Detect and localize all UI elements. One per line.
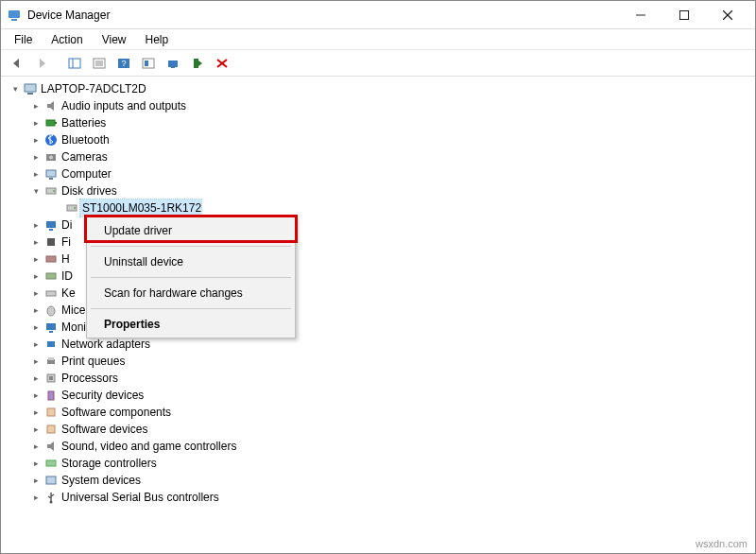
- tree-item-label: Computer: [60, 165, 112, 182]
- svg-rect-47: [49, 376, 53, 380]
- forward-button[interactable]: [31, 53, 54, 74]
- display-icon: [43, 218, 60, 232]
- uninstall-device-button[interactable]: [186, 53, 209, 74]
- ctx-update-driver[interactable]: Update driver: [87, 217, 295, 244]
- chevron-right-icon[interactable]: ▸: [29, 370, 43, 387]
- svg-rect-3: [680, 10, 689, 19]
- tree-item-usb[interactable]: ▸ Universal Serial Bus controllers: [29, 489, 755, 506]
- svg-rect-37: [46, 256, 56, 262]
- disable-device-button[interactable]: [211, 53, 233, 74]
- tree-item-bluetooth[interactable]: ▸ Bluetooth: [29, 131, 755, 148]
- ctx-uninstall-device[interactable]: Uninstall device: [87, 249, 295, 275]
- mouse-icon: [43, 303, 60, 317]
- show-hide-console-button[interactable]: [63, 53, 86, 74]
- audio-icon: [43, 99, 60, 113]
- chevron-right-icon[interactable]: ▸: [29, 421, 43, 438]
- tree-root[interactable]: ▾ LAPTOP-7ADCLT2D: [9, 80, 755, 97]
- svg-rect-0: [9, 10, 20, 18]
- network-icon: [43, 338, 60, 351]
- tree-item-diskdrives[interactable]: ▾ Disk drives: [29, 182, 755, 199]
- chevron-right-icon[interactable]: ▸: [29, 148, 43, 165]
- storage-icon: [43, 457, 60, 470]
- chevron-down-icon[interactable]: ▾: [29, 182, 43, 199]
- cpu-icon: [43, 372, 60, 385]
- ctx-separator: [91, 246, 291, 247]
- printer-icon: [43, 355, 60, 368]
- ctx-separator: [91, 308, 291, 309]
- update-driver-button[interactable]: [162, 53, 184, 74]
- chevron-right-icon[interactable]: ▸: [29, 438, 43, 455]
- tree-item-swdevices[interactable]: ▸ Software devices: [29, 421, 755, 438]
- svg-rect-48: [48, 391, 54, 400]
- chevron-right-icon[interactable]: ▸: [29, 165, 43, 182]
- svg-rect-18: [194, 59, 198, 68]
- menu-help[interactable]: Help: [136, 31, 179, 48]
- menubar: File Action View Help: [1, 29, 755, 50]
- chevron-right-icon[interactable]: ▸: [29, 97, 43, 114]
- close-button[interactable]: [706, 1, 749, 29]
- chevron-right-icon[interactable]: ▸: [29, 131, 43, 148]
- chevron-right-icon[interactable]: ▸: [29, 268, 43, 285]
- chevron-right-icon[interactable]: ▸: [29, 216, 43, 234]
- chevron-right-icon[interactable]: ▸: [29, 285, 43, 302]
- tree-item-processors[interactable]: ▸ Processors: [29, 370, 755, 387]
- tree-item-print[interactable]: ▸ Print queues: [29, 353, 755, 370]
- chevron-right-icon[interactable]: ▸: [29, 319, 43, 336]
- ctx-properties[interactable]: Properties: [87, 311, 295, 338]
- chevron-right-icon[interactable]: ▸: [29, 353, 43, 370]
- scan-button[interactable]: [137, 53, 160, 74]
- svg-rect-21: [25, 84, 36, 92]
- minimize-button[interactable]: [619, 1, 662, 29]
- tree-item-label: Ke: [60, 285, 76, 302]
- ctx-scan-hardware[interactable]: Scan for hardware changes: [87, 280, 295, 306]
- chevron-right-icon[interactable]: ▸: [29, 387, 43, 404]
- menu-file[interactable]: File: [5, 31, 42, 48]
- tree-item-security[interactable]: ▸ Security devices: [29, 387, 755, 404]
- maximize-button[interactable]: [662, 1, 706, 29]
- tree-item-label: Di: [60, 216, 72, 234]
- tree-item-batteries[interactable]: ▸ Batteries: [29, 114, 755, 131]
- svg-rect-23: [46, 120, 55, 126]
- tree-item-label: Sound, video and game controllers: [60, 438, 236, 455]
- back-button[interactable]: [7, 53, 29, 74]
- svg-rect-15: [145, 61, 148, 66]
- chevron-right-icon[interactable]: ▸: [29, 251, 43, 268]
- svg-point-40: [47, 306, 55, 316]
- svg-rect-22: [27, 93, 33, 95]
- chevron-right-icon[interactable]: ▸: [29, 489, 43, 506]
- chevron-right-icon[interactable]: ▸: [29, 234, 43, 251]
- disk-icon: [63, 201, 80, 215]
- chevron-right-icon[interactable]: ▸: [29, 404, 43, 421]
- tree-item-swcomponents[interactable]: ▸ Software components: [29, 404, 755, 421]
- svg-rect-38: [46, 273, 56, 279]
- chevron-right-icon[interactable]: ▸: [29, 472, 43, 489]
- tree-item-disk-selected[interactable]: ST1000LM035-1RK172: [50, 199, 755, 216]
- tree-item-system[interactable]: ▸ System devices: [29, 472, 755, 489]
- menu-action[interactable]: Action: [42, 31, 92, 48]
- chevron-right-icon[interactable]: ▸: [29, 455, 43, 472]
- tree-item-audio[interactable]: ▸ Audio inputs and outputs: [29, 97, 755, 114]
- svg-rect-41: [46, 323, 56, 330]
- tree-item-computer[interactable]: ▸ Computer: [29, 165, 755, 182]
- chevron-down-icon[interactable]: ▾: [9, 80, 22, 97]
- tree-root-label: LAPTOP-7ADCLT2D: [39, 80, 146, 97]
- tree-item-sound[interactable]: ▸ Sound, video and game controllers: [29, 438, 755, 455]
- disk-icon: [43, 184, 60, 198]
- tree-item-storage[interactable]: ▸ Storage controllers: [29, 455, 755, 472]
- menu-view[interactable]: View: [93, 31, 136, 48]
- tree-item-cameras[interactable]: ▸ Cameras: [29, 148, 755, 165]
- chevron-right-icon[interactable]: ▸: [29, 336, 43, 353]
- svg-rect-29: [49, 178, 53, 180]
- bluetooth-icon: [43, 133, 60, 147]
- svg-point-27: [49, 156, 53, 160]
- svg-rect-49: [47, 408, 55, 416]
- tree-item-label: Audio inputs and outputs: [60, 97, 186, 114]
- chevron-right-icon[interactable]: ▸: [29, 302, 43, 319]
- software-icon: [43, 423, 60, 436]
- svg-rect-6: [69, 59, 80, 68]
- svg-rect-35: [49, 229, 53, 231]
- properties-button[interactable]: [88, 53, 111, 74]
- help-button[interactable]: ?: [112, 53, 135, 74]
- svg-rect-17: [171, 67, 175, 68]
- chevron-right-icon[interactable]: ▸: [29, 114, 43, 131]
